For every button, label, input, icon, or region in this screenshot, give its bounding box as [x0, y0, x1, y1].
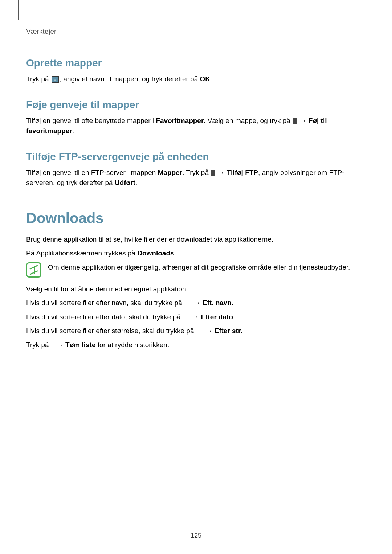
- text: .: [232, 299, 233, 307]
- mapper-label: Mapper: [158, 169, 183, 176]
- subsection-title: Oprette mapper: [26, 57, 367, 69]
- folder-plus-icon: [52, 76, 59, 83]
- downloads-label: Downloads: [137, 249, 174, 257]
- text: . Vælg en mappe, og tryk på: [204, 117, 292, 124]
- tilfoj-ftp-label: Tilføj FTP: [227, 169, 258, 176]
- text: .: [233, 313, 235, 321]
- text: .: [174, 249, 176, 257]
- body-text: Tilføj en genvej til en FTP-server i map…: [26, 168, 367, 188]
- text: Hvis du vil sortere filer efter navn, sk…: [26, 299, 184, 307]
- text: , angiv et navn til mappen, og tryk dere…: [60, 75, 200, 83]
- section-foje-genveje: Føje genveje til mapper Tilføj en genvej…: [26, 99, 367, 136]
- menu-icon: [211, 170, 215, 176]
- header-divider: [18, 0, 19, 20]
- note-icon: [26, 262, 41, 278]
- body-text: Tryk på → Tøm liste for at rydde histori…: [26, 340, 367, 350]
- body-text: Tilføj en genvej til ofte benyttede mapp…: [26, 116, 367, 136]
- arrow-icon: →: [54, 341, 65, 349]
- arrow-icon: →: [192, 299, 203, 307]
- body-text: Hvis du vil sortere filer efter navn, sk…: [26, 298, 367, 308]
- section-oprette-mapper: Oprette mapper Tryk på , angiv et navn t…: [26, 57, 367, 85]
- arrow-icon: →: [298, 117, 309, 124]
- note-box: Om denne applikation er tilgængelig, afh…: [26, 262, 367, 278]
- section-ftp: Tilføje FTP-servergenveje på enheden Til…: [26, 151, 367, 188]
- note-text: Om denne applikation er tilgængelig, afh…: [48, 262, 350, 273]
- tom-liste-label: Tøm liste: [65, 341, 95, 349]
- arrow-icon: →: [204, 327, 215, 335]
- section-title-downloads: Downloads: [26, 210, 367, 226]
- udfort-label: Udført: [115, 179, 135, 186]
- text: .: [72, 127, 74, 135]
- body-text: Vælg en fil for at åbne den med en egnet…: [26, 284, 367, 295]
- text: Tilføj en genvej til en FTP-server i map…: [26, 169, 158, 176]
- ok-label: OK: [200, 75, 210, 83]
- subsection-title: Føje genveje til mapper: [26, 99, 367, 111]
- text: Tryk på: [26, 75, 51, 83]
- favoritmapper-label: Favoritmapper: [156, 117, 204, 124]
- subsection-title: Tilføje FTP-servergenveje på enheden: [26, 151, 367, 163]
- text: Hvis du vil sortere filer efter størrels…: [26, 327, 196, 335]
- menu-icon: [293, 118, 297, 124]
- text: Tilføj en genvej til ofte benyttede mapp…: [26, 117, 156, 124]
- arrow-icon: →: [216, 169, 227, 176]
- efter-str-label: Efter str.: [214, 327, 242, 335]
- arrow-icon: →: [190, 313, 201, 321]
- page-number: 125: [191, 532, 201, 539]
- efter-dato-label: Efter dato: [201, 313, 233, 321]
- body-text: Hvis du vil sortere filer efter størrels…: [26, 326, 367, 336]
- eft-navn-label: Eft. navn: [203, 299, 232, 307]
- body-text: Brug denne applikation til at se, hvilke…: [26, 234, 367, 245]
- text: Tryk på: [26, 341, 51, 349]
- breadcrumb: Værktøjer: [26, 28, 367, 36]
- text: På Applikationsskærmen trykkes på: [26, 249, 137, 257]
- text: Hvis du vil sortere filer efter dato, sk…: [26, 313, 183, 321]
- text: for at rydde historikken.: [95, 341, 169, 349]
- text: .: [135, 179, 137, 186]
- body-text: På Applikationsskærmen trykkes på Downlo…: [26, 248, 367, 259]
- body-text: Hvis du vil sortere filer efter dato, sk…: [26, 312, 367, 323]
- text: . Tryk på: [182, 169, 211, 176]
- body-text: Tryk på , angiv et navn til mappen, og t…: [26, 74, 367, 85]
- text: .: [210, 75, 212, 83]
